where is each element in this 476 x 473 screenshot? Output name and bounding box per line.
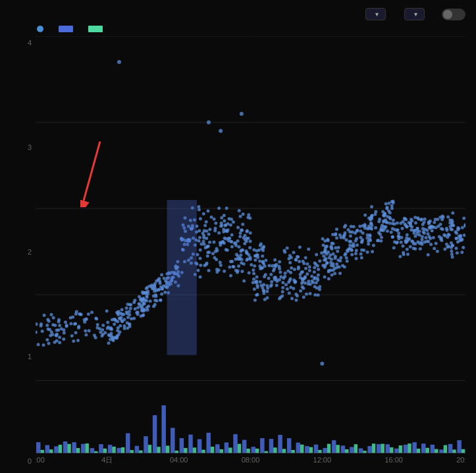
y-label-4: 4 (28, 39, 32, 47)
chart-wrapper (36, 36, 465, 468)
trades-panel: ▾ ▾ 4 (0, 0, 476, 473)
scatter-chart (36, 36, 465, 381)
chart-area: 4 3 2 1 0 (11, 36, 465, 468)
legend-trades-count (59, 26, 76, 32)
listings-count-bar-icon (88, 26, 103, 32)
header-bar: ▾ ▾ (11, 8, 465, 20)
interval-dropdown[interactable]: ▾ (365, 8, 386, 20)
scatter-canvas (36, 36, 465, 381)
chevron-down-icon: ▾ (375, 11, 379, 18)
trades-count-bar-icon (59, 26, 73, 32)
outliers-toggle[interactable] (442, 9, 465, 20)
outliers-control (438, 9, 465, 20)
bar-canvas (36, 381, 465, 453)
y-label-2: 2 (28, 248, 32, 256)
span-dropdown[interactable]: ▾ (404, 8, 425, 20)
x-axis-canvas (36, 453, 465, 468)
trades-dot-icon (37, 26, 43, 32)
bar-chart (36, 381, 465, 453)
y-label-3: 3 (28, 143, 32, 151)
legend-trades (37, 26, 47, 32)
x-axis (36, 453, 465, 468)
legend-listings-count (88, 26, 106, 32)
chevron-down-icon-2: ▾ (414, 11, 417, 18)
y-label-1: 1 (28, 353, 32, 361)
y-label-0: 0 (28, 457, 32, 465)
chart-legend (11, 26, 465, 32)
span-control: ▾ (399, 8, 425, 20)
y-axis: 4 3 2 1 0 (11, 36, 36, 468)
interval-control: ▾ (360, 8, 386, 20)
